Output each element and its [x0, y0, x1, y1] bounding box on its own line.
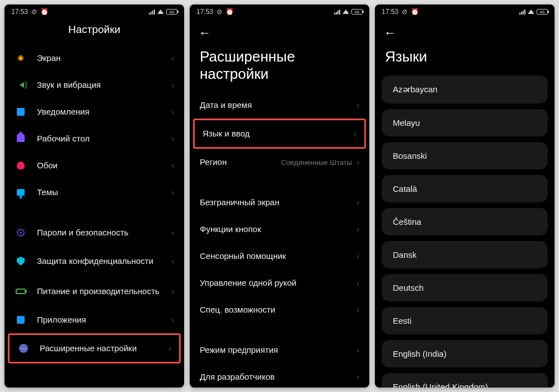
- chevron-right-icon: ›: [356, 305, 359, 314]
- language-item[interactable]: English (United Kingdom): [382, 373, 548, 388]
- notification-icon: [17, 108, 25, 116]
- alarm-icon: ⏰: [226, 8, 234, 16]
- item-label: Звук и вибрация: [37, 80, 171, 91]
- settings-item-enterprise[interactable]: Режим предприятия ›: [192, 337, 367, 363]
- settings-item-region[interactable]: Регион Соединенные Штаты ›: [192, 149, 367, 176]
- language-item[interactable]: Dansk: [382, 241, 548, 268]
- chevron-right-icon: ›: [356, 158, 359, 167]
- item-label: Приложения: [37, 315, 171, 325]
- signal-icon: [334, 9, 340, 15]
- settings-item-sound[interactable]: Звук и вибрация ›: [7, 72, 182, 98]
- settings-item-fullscreen[interactable]: Безграничный экран ›: [192, 189, 367, 216]
- wifi-icon: [342, 10, 349, 14]
- settings-item-advanced[interactable]: ⋯ Расширенные настройки ›: [10, 335, 179, 362]
- highlight-language-input: Язык и ввод ›: [193, 119, 366, 149]
- status-bar: 17:53 ⊘ ⏰ 46: [4, 4, 184, 19]
- settings-item-onehand[interactable]: Управление одной рукой ›: [192, 270, 367, 296]
- item-label: Уведомления: [37, 107, 171, 117]
- page-title: Настройки: [4, 19, 184, 45]
- item-label: Режим предприятия: [200, 345, 356, 356]
- wifi-icon: [157, 10, 164, 14]
- language-item[interactable]: Deutsch: [382, 274, 548, 301]
- chevron-right-icon: ›: [171, 287, 174, 296]
- back-button[interactable]: ←: [384, 23, 396, 42]
- chevron-right-icon: ›: [171, 228, 174, 237]
- item-label: Расширенные настройки: [40, 343, 168, 354]
- language-item[interactable]: Bosanski: [382, 142, 548, 169]
- shield-icon: [17, 257, 25, 266]
- home-icon: [17, 135, 25, 142]
- language-item[interactable]: Čeština: [382, 208, 548, 235]
- dnd-icon: ⊘: [31, 8, 37, 16]
- settings-item-display[interactable]: Экран ›: [7, 45, 182, 72]
- chevron-right-icon: ›: [356, 252, 359, 261]
- chevron-right-icon: ›: [356, 198, 359, 207]
- chevron-right-icon: ›: [356, 346, 359, 355]
- settings-item-language[interactable]: Язык и ввод ›: [195, 120, 364, 147]
- alarm-icon: ⏰: [411, 8, 419, 16]
- status-bar: 17:53 ⊘ ⏰ 46: [375, 4, 555, 19]
- dnd-icon: ⊘: [217, 8, 222, 16]
- item-label: Язык и ввод: [203, 129, 354, 139]
- signal-icon: [519, 9, 525, 15]
- battery-icon: 46: [351, 9, 363, 15]
- status-bar: 17:53 ⊘ ⏰ 46: [190, 4, 369, 19]
- phone-settings: 17:53 ⊘ ⏰ 46 Настройки Экран › Звук и ви…: [4, 4, 184, 388]
- chevron-right-icon: ›: [171, 134, 174, 143]
- dnd-icon: ⊘: [402, 8, 407, 16]
- settings-item-notifications[interactable]: Уведомления ›: [7, 98, 182, 125]
- chevron-right-icon: ›: [168, 344, 171, 353]
- alarm-icon: ⏰: [40, 8, 49, 16]
- chevron-right-icon: ›: [356, 278, 359, 287]
- settings-item-wallpaper[interactable]: Обои ›: [7, 152, 182, 179]
- item-value: Соединенные Штаты: [281, 158, 352, 167]
- advanced-icon: ⋯: [19, 344, 28, 353]
- settings-item-battery[interactable]: Питание и производительность ›: [7, 276, 182, 306]
- settings-item-security[interactable]: Пароли и безопасность ›: [7, 219, 182, 246]
- language-item[interactable]: Melayu: [382, 109, 548, 136]
- page-title: Расширенные настройки: [199, 48, 360, 83]
- chevron-right-icon: ›: [171, 315, 174, 324]
- item-label: Рабочий стол: [37, 134, 171, 144]
- item-label: Питание и производительность: [37, 286, 171, 297]
- item-label: Дата и время: [200, 100, 356, 111]
- item-label: Темы: [37, 187, 171, 198]
- language-item[interactable]: Azərbaycan: [382, 75, 548, 103]
- chevron-right-icon: ›: [171, 257, 174, 266]
- language-item[interactable]: Eesti: [382, 307, 548, 334]
- item-label: Пароли и безопасность: [37, 228, 171, 238]
- item-label: Безграничный экран: [200, 197, 356, 208]
- battery-icon: 46: [166, 9, 177, 15]
- settings-item-privacy[interactable]: Защита конфиденциальности ›: [7, 246, 182, 276]
- chevron-right-icon: ›: [171, 161, 174, 170]
- status-time: 17:53: [196, 8, 213, 16]
- item-label: Защита конфиденциальности: [37, 256, 171, 267]
- item-label: Обои: [37, 160, 171, 171]
- sound-icon: [20, 82, 24, 88]
- settings-item-themes[interactable]: Темы ›: [7, 179, 182, 206]
- settings-item-developer[interactable]: Для разработчиков ›: [192, 363, 367, 388]
- chevron-right-icon: ›: [171, 107, 174, 116]
- settings-item-apps[interactable]: Приложения ›: [7, 306, 182, 333]
- settings-item-buttons[interactable]: Функции кнопок ›: [192, 216, 367, 243]
- language-item[interactable]: English (India): [382, 340, 548, 367]
- item-label: Сенсорный помощник: [200, 251, 356, 262]
- chevron-right-icon: ›: [171, 81, 174, 89]
- back-button[interactable]: ←: [199, 23, 211, 42]
- theme-icon: [17, 189, 25, 196]
- chevron-right-icon: ›: [356, 372, 359, 381]
- battery-icon: 46: [537, 9, 548, 15]
- settings-item-quickball[interactable]: Сенсорный помощник ›: [192, 243, 367, 270]
- settings-item-accessibility[interactable]: Спец. возможности ›: [192, 296, 367, 323]
- item-label: Для разработчиков: [200, 372, 356, 382]
- highlight-advanced-settings: ⋯ Расширенные настройки ›: [8, 333, 181, 363]
- chevron-right-icon: ›: [356, 225, 359, 234]
- page-title: Языки: [384, 48, 546, 65]
- phone-languages: 17:53 ⊘ ⏰ 46 ← Языки Azərbaycan Melayu B…: [375, 4, 555, 388]
- settings-item-homescreen[interactable]: Рабочий стол ›: [7, 125, 182, 152]
- chevron-right-icon: ›: [171, 188, 174, 197]
- language-item[interactable]: Català: [382, 175, 548, 202]
- settings-item-datetime[interactable]: Дата и время ›: [192, 92, 367, 119]
- fingerprint-icon: [17, 229, 25, 237]
- status-time: 17:53: [382, 8, 398, 16]
